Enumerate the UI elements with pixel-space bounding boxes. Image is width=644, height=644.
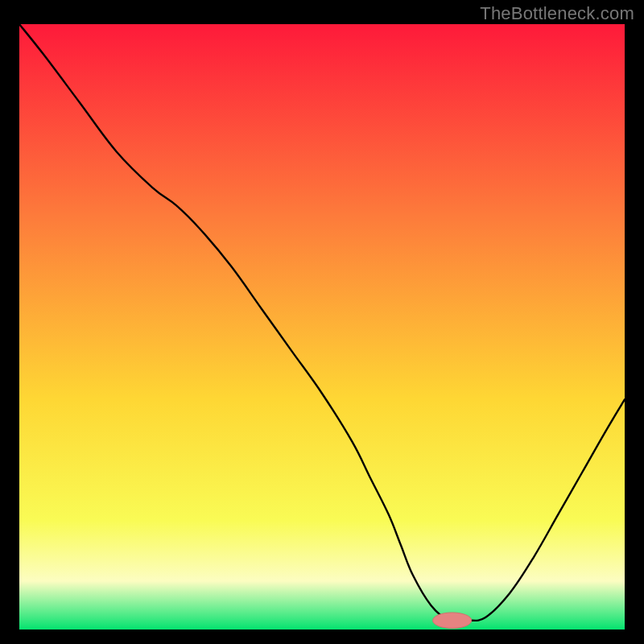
bottleneck-chart [19,24,625,630]
figure-frame: TheBottleneck.com [0,0,644,644]
gradient-background [19,24,625,630]
optimum-marker [433,613,472,629]
watermark-text: TheBottleneck.com [480,3,634,24]
plot-area [19,24,625,630]
